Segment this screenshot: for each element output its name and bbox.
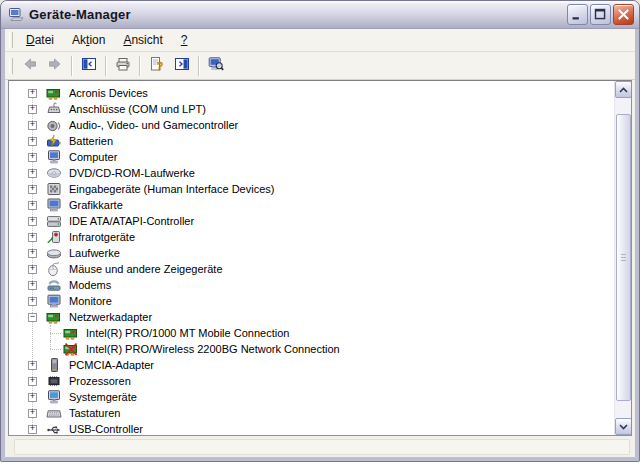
disk-drive-icon — [46, 245, 62, 261]
tree-item-computer[interactable]: +Computer — [9, 149, 614, 165]
tree-item-mäuse-und-andere-zeigegeräte[interactable]: +Mäuse und andere Zeigegeräte — [9, 261, 614, 277]
close-button[interactable] — [613, 4, 634, 25]
console-tree-icon — [81, 56, 97, 76]
usb-icon — [46, 421, 62, 435]
expand-toggle[interactable]: + — [28, 393, 37, 402]
vertical-scrollbar[interactable] — [614, 81, 631, 435]
tree-item-tastaturen[interactable]: +Tastaturen — [9, 405, 614, 421]
toolbar-items: ? — [17, 54, 228, 77]
expand-toggle[interactable]: + — [28, 233, 37, 242]
menu-items: DateiAktionAnsicht? — [17, 30, 196, 50]
network-adapter-icon — [63, 325, 79, 341]
menu-bar: DateiAktionAnsicht? — [5, 29, 635, 52]
tree-item-label: Intel(R) PRO/Wireless 2200BG Network Con… — [84, 343, 342, 355]
tree-item-eingabegeräte-human-interface-devices[interactable]: +Eingabegeräte (Human Interface Devices) — [9, 181, 614, 197]
tree-item-label: Acronis Devices — [67, 87, 150, 99]
menubar-grip[interactable] — [9, 32, 13, 48]
tree-item-label: PCMCIA-Adapter — [67, 359, 156, 371]
tree-item-label: Laufwerke — [67, 247, 122, 259]
tree-item-label: Eingabegeräte (Human Interface Devices) — [67, 183, 276, 195]
modem-icon — [46, 277, 62, 293]
tree-item-label: USB-Controller — [67, 423, 145, 435]
hid-icon — [46, 181, 62, 197]
network-adapter-disabled-icon — [63, 341, 79, 357]
expand-toggle[interactable]: + — [28, 89, 37, 98]
tree-item-dvd-cd-rom-laufwerke[interactable]: +DVD/CD-ROM-Laufwerke — [9, 165, 614, 181]
titlebar[interactable]: Geräte-Manager — [1, 1, 639, 29]
expand-toggle[interactable]: + — [28, 185, 37, 194]
device-manager-icon — [8, 7, 24, 23]
expand-toggle[interactable]: + — [28, 121, 37, 130]
device-tree: +Acronis Devices+Anschlüsse (COM und LPT… — [9, 81, 614, 435]
tree-item-label: DVD/CD-ROM-Laufwerke — [67, 167, 197, 179]
tree-item-intel-r-pro-wireless-2200bg-network-conn[interactable]: Intel(R) PRO/Wireless 2200BG Network Con… — [9, 341, 614, 357]
window-controls — [567, 4, 634, 25]
tree-item-grafikkarte[interactable]: +Grafikkarte — [9, 197, 614, 213]
expand-toggle[interactable]: + — [28, 169, 37, 178]
toolbar-grip[interactable] — [9, 58, 13, 74]
show-action-pane-button[interactable] — [169, 54, 194, 77]
network-adapter-icon — [46, 309, 62, 325]
show-console-tree-button[interactable] — [76, 54, 101, 77]
tree-item-systemgeräte[interactable]: +Systemgeräte — [9, 389, 614, 405]
tree-item-batterien[interactable]: +Batterien — [9, 133, 614, 149]
expand-toggle[interactable]: + — [28, 201, 37, 210]
ports-icon — [46, 101, 62, 117]
tree-item-label: Computer — [67, 151, 119, 163]
expand-toggle[interactable]: + — [28, 281, 37, 290]
audio-icon — [46, 117, 62, 133]
expand-toggle[interactable]: + — [28, 425, 37, 434]
menu-hilfe[interactable]: ? — [172, 30, 197, 50]
expand-toggle[interactable]: + — [28, 361, 37, 370]
tree-item-usb-controller[interactable]: +USB-Controller — [9, 421, 614, 435]
tree-item-pcmcia-adapter[interactable]: +PCMCIA-Adapter — [9, 357, 614, 373]
tree-item-monitore[interactable]: +Monitore — [9, 293, 614, 309]
scan-hardware-changes-button[interactable] — [203, 54, 228, 77]
scan-hardware-icon — [208, 56, 224, 76]
tree-item-netzwerkadapter[interactable]: −Netzwerkadapter — [9, 309, 614, 325]
print-button[interactable] — [110, 54, 135, 77]
minimize-button[interactable] — [567, 4, 588, 25]
computer-icon — [46, 149, 62, 165]
tree-item-infrarotgeräte[interactable]: +Infrarotgeräte — [9, 229, 614, 245]
tree-item-label: Grafikkarte — [67, 199, 125, 211]
action-pane-icon — [174, 56, 190, 76]
tree-item-intel-r-pro-1000-mt-mobile-connection[interactable]: Intel(R) PRO/1000 MT Mobile Connection — [9, 325, 614, 341]
tree-item-laufwerke[interactable]: +Laufwerke — [9, 245, 614, 261]
tree-item-modems[interactable]: +Modems — [9, 277, 614, 293]
tree-item-audio-video-und-gamecontroller[interactable]: +Audio-, Video- und Gamecontroller — [9, 117, 614, 133]
tree-item-acronis-devices[interactable]: +Acronis Devices — [9, 85, 614, 101]
expand-toggle[interactable]: + — [28, 249, 37, 258]
status-pane — [14, 439, 630, 455]
menu-ansicht[interactable]: Ansicht — [114, 30, 171, 50]
tree-item-prozessoren[interactable]: +Prozessoren — [9, 373, 614, 389]
expand-toggle[interactable]: + — [28, 377, 37, 386]
tree-item-label: Prozessoren — [67, 375, 133, 387]
collapse-toggle[interactable]: − — [28, 313, 37, 322]
scrollbar-thumb[interactable] — [616, 114, 631, 401]
menu-datei[interactable]: Datei — [17, 30, 63, 50]
tree-item-anschlüsse-com-und-lpt[interactable]: +Anschlüsse (COM und LPT) — [9, 101, 614, 117]
keyboard-icon — [46, 405, 62, 421]
back-arrow-icon — [22, 56, 38, 76]
tree-item-ide-ata-atapi-controller[interactable]: +IDE ATA/ATAPI-Controller — [9, 213, 614, 229]
pcmcia-icon — [46, 357, 62, 373]
monitor-icon — [46, 293, 62, 309]
back-button — [17, 54, 42, 77]
expand-toggle[interactable]: + — [28, 265, 37, 274]
properties-help-button[interactable]: ? — [144, 54, 169, 77]
expand-toggle[interactable]: + — [28, 297, 37, 306]
tree-item-label: IDE ATA/ATAPI-Controller — [67, 215, 196, 227]
scroll-down-button[interactable] — [615, 418, 632, 435]
status-bar — [5, 436, 635, 457]
menu-aktion[interactable]: Aktion — [63, 30, 114, 50]
maximize-button[interactable] — [590, 4, 611, 25]
expand-toggle[interactable]: + — [28, 409, 37, 418]
tree-item-label: Infrarotgeräte — [67, 231, 137, 243]
expand-toggle[interactable]: + — [28, 137, 37, 146]
expand-toggle[interactable]: + — [28, 217, 37, 226]
expand-toggle[interactable]: + — [28, 153, 37, 162]
scroll-up-button[interactable] — [615, 81, 632, 98]
forward-arrow-icon — [47, 56, 63, 76]
expand-toggle[interactable]: + — [28, 105, 37, 114]
